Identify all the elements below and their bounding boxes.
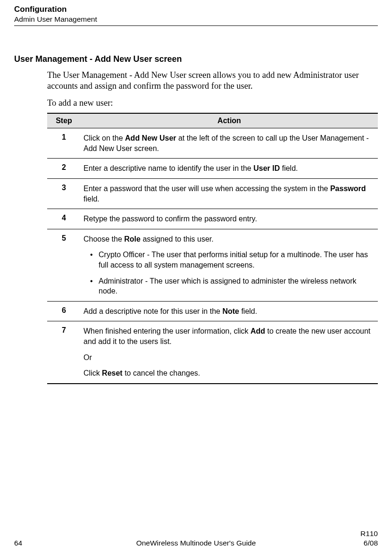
footer-revision: R110 — [340, 529, 378, 538]
step-action: When finished entering the user informat… — [81, 321, 378, 384]
step-number: 3 — [47, 179, 81, 209]
table-row: 2Enter a descriptive name to identify th… — [47, 159, 378, 179]
steps-table: Step Action 1Click on the Add New User a… — [47, 113, 378, 384]
table-row: 5Choose the Role assigned to this user.C… — [47, 229, 378, 301]
page-footer: 64 OneWireless Multinode User's Guide R1… — [14, 529, 378, 554]
table-row: 1Click on the Add New User at the left o… — [47, 128, 378, 159]
intro-paragraph: The User Management - Add New User scree… — [47, 70, 378, 92]
step-number: 6 — [47, 301, 81, 321]
step-number: 4 — [47, 209, 81, 229]
col-header-step: Step — [47, 113, 81, 128]
step-number: 2 — [47, 159, 81, 179]
footer-doc-title: OneWireless Multinode User's Guide — [52, 539, 340, 547]
step-action: Enter a password that the user will use … — [81, 179, 378, 209]
step-action: Add a descriptive note for this user in … — [81, 301, 378, 321]
step-action: Click on the Add New User at the left of… — [81, 128, 378, 159]
step-action: Choose the Role assigned to this user.Cr… — [81, 229, 378, 301]
step-number: 7 — [47, 321, 81, 384]
section-heading: User Management - Add New User screen — [14, 54, 378, 64]
table-row: 4Retype the password to confirm the pass… — [47, 209, 378, 229]
table-row: 6Add a descriptive note for this user in… — [47, 301, 378, 321]
step-number: 1 — [47, 128, 81, 159]
page-content: User Management - Add New User screen Th… — [14, 54, 378, 529]
footer-page-number: 64 — [14, 539, 52, 547]
step-action: Enter a descriptive name to identify the… — [81, 159, 378, 179]
table-row: 3Enter a password that the user will use… — [47, 179, 378, 209]
header-subtitle: Admin User Management — [14, 15, 378, 24]
col-header-action: Action — [81, 113, 378, 128]
step-action: Retype the password to confirm the passw… — [81, 209, 378, 229]
page-header: Configuration Admin User Management — [14, 5, 378, 26]
step-number: 5 — [47, 229, 81, 301]
header-title: Configuration — [14, 5, 378, 14]
table-row: 7When finished entering the user informa… — [47, 321, 378, 384]
footer-date: 6/08 — [340, 538, 378, 547]
lead-text: To add a new user: — [47, 98, 378, 108]
